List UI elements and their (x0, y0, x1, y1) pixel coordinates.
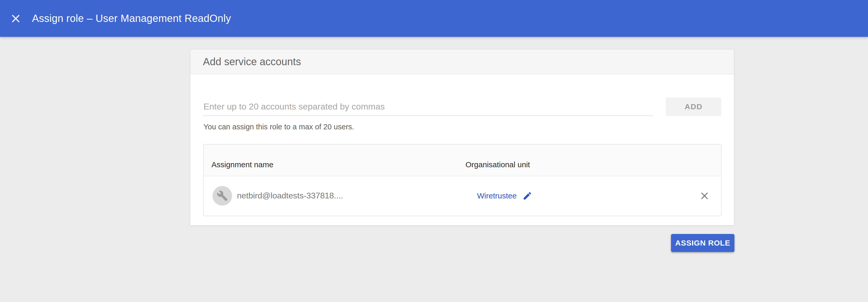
helper-text: You can assign this role to a max of 20 … (204, 123, 354, 131)
dialog-title: Assign role – User Management ReadOnly (32, 13, 231, 24)
pencil-icon (522, 191, 532, 201)
close-x-icon (699, 191, 710, 201)
avatar (213, 186, 232, 206)
accounts-input[interactable] (203, 97, 653, 116)
table-row: netbird@loadtests-337818.... Wiretrustee (204, 176, 721, 215)
wrench-icon (217, 190, 228, 202)
assign-role-button[interactable]: ASSIGN ROLE (671, 234, 735, 252)
edit-org-unit-button[interactable] (522, 190, 533, 202)
close-icon (10, 13, 22, 25)
add-service-accounts-card: Add service accounts ADD You can assign … (190, 49, 734, 226)
card-title: Add service accounts (203, 56, 301, 68)
column-header-assignment-name: Assignment name (212, 160, 273, 169)
table-header-row: Assignment name Organisational unit (204, 144, 721, 176)
column-header-organisational-unit: Organisational unit (465, 160, 530, 169)
accounts-input-row: ADD (203, 97, 721, 116)
card-header: Add service accounts (190, 49, 734, 74)
close-button[interactable] (7, 9, 25, 28)
org-unit-link[interactable]: Wiretrustee (477, 192, 517, 200)
remove-assignment-button[interactable] (698, 189, 711, 203)
assignee-name: netbird@loadtests-337818.... (237, 191, 343, 200)
dialog-header: Assign role – User Management ReadOnly (0, 0, 868, 37)
add-button[interactable]: ADD (666, 97, 721, 116)
assignments-table: Assignment name Organisational unit netb… (203, 144, 721, 216)
